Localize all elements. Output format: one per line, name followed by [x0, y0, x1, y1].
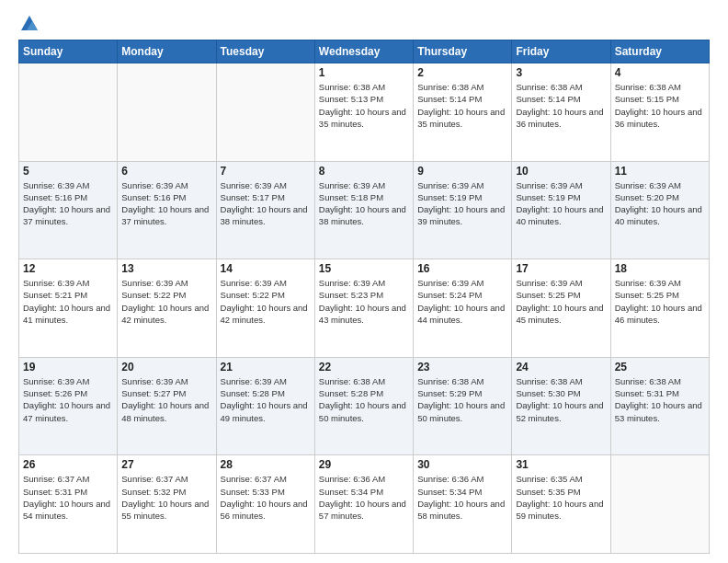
calendar-cell — [610, 455, 709, 554]
calendar-cell: 4Sunrise: 6:38 AM Sunset: 5:15 PM Daylig… — [610, 63, 709, 162]
weekday-header-wednesday: Wednesday — [314, 40, 413, 63]
weekday-header-friday: Friday — [512, 40, 610, 63]
day-number: 27 — [121, 458, 211, 471]
week-row-4: 19Sunrise: 6:39 AM Sunset: 5:26 PM Dayli… — [19, 357, 710, 455]
day-number: 20 — [121, 361, 211, 373]
day-number: 28 — [221, 458, 311, 471]
day-number: 30 — [417, 458, 507, 471]
day-number: 7 — [221, 165, 311, 178]
day-info: Sunrise: 6:39 AM Sunset: 5:25 PM Dayligh… — [516, 277, 606, 326]
calendar-cell: 6Sunrise: 6:39 AM Sunset: 5:16 PM Daylig… — [118, 161, 216, 259]
day-info: Sunrise: 6:36 AM Sunset: 5:34 PM Dayligh… — [417, 473, 507, 522]
calendar-cell: 24Sunrise: 6:38 AM Sunset: 5:30 PM Dayli… — [512, 357, 610, 455]
day-info: Sunrise: 6:38 AM Sunset: 5:28 PM Dayligh… — [319, 375, 409, 424]
day-number: 13 — [121, 262, 211, 275]
weekday-header-row: SundayMondayTuesdayWednesdayThursdayFrid… — [19, 40, 710, 63]
day-info: Sunrise: 6:39 AM Sunset: 5:26 PM Dayligh… — [23, 375, 113, 424]
day-info: Sunrise: 6:39 AM Sunset: 5:16 PM Dayligh… — [121, 179, 211, 228]
day-number: 21 — [221, 361, 311, 373]
calendar-cell: 10Sunrise: 6:39 AM Sunset: 5:19 PM Dayli… — [512, 161, 610, 259]
day-number: 5 — [23, 165, 113, 178]
calendar-cell: 27Sunrise: 6:37 AM Sunset: 5:32 PM Dayli… — [118, 455, 216, 554]
calendar-cell: 30Sunrise: 6:36 AM Sunset: 5:34 PM Dayli… — [414, 455, 512, 554]
day-info: Sunrise: 6:39 AM Sunset: 5:18 PM Dayligh… — [319, 179, 409, 228]
day-info: Sunrise: 6:38 AM Sunset: 5:31 PM Dayligh… — [615, 375, 705, 424]
calendar-cell — [216, 63, 314, 162]
calendar-cell: 3Sunrise: 6:38 AM Sunset: 5:14 PM Daylig… — [512, 63, 610, 162]
calendar-cell: 29Sunrise: 6:36 AM Sunset: 5:34 PM Dayli… — [314, 455, 413, 554]
day-number: 10 — [516, 165, 606, 178]
day-number: 8 — [319, 165, 409, 178]
weekday-header-thursday: Thursday — [414, 40, 512, 63]
day-info: Sunrise: 6:38 AM Sunset: 5:14 PM Dayligh… — [516, 81, 606, 130]
day-info: Sunrise: 6:38 AM Sunset: 5:13 PM Dayligh… — [319, 81, 409, 130]
calendar-cell: 21Sunrise: 6:39 AM Sunset: 5:28 PM Dayli… — [216, 357, 314, 455]
day-info: Sunrise: 6:39 AM Sunset: 5:19 PM Dayligh… — [516, 179, 606, 228]
day-number: 9 — [417, 165, 507, 178]
day-number: 4 — [615, 66, 705, 79]
day-info: Sunrise: 6:37 AM Sunset: 5:31 PM Dayligh… — [23, 473, 113, 522]
day-info: Sunrise: 6:39 AM Sunset: 5:16 PM Dayligh… — [23, 179, 113, 228]
week-row-1: 1Sunrise: 6:38 AM Sunset: 5:13 PM Daylig… — [19, 63, 710, 162]
logo-icon — [19, 14, 40, 34]
weekday-header-tuesday: Tuesday — [216, 40, 314, 63]
day-info: Sunrise: 6:38 AM Sunset: 5:30 PM Dayligh… — [516, 375, 606, 424]
day-number: 18 — [615, 262, 705, 275]
calendar-cell: 13Sunrise: 6:39 AM Sunset: 5:22 PM Dayli… — [118, 259, 216, 358]
weekday-header-saturday: Saturday — [610, 40, 709, 63]
weekday-header-monday: Monday — [118, 40, 216, 63]
week-row-3: 12Sunrise: 6:39 AM Sunset: 5:21 PM Dayli… — [19, 259, 710, 358]
day-info: Sunrise: 6:36 AM Sunset: 5:34 PM Dayligh… — [319, 473, 409, 522]
calendar-cell: 1Sunrise: 6:38 AM Sunset: 5:13 PM Daylig… — [314, 63, 413, 162]
day-info: Sunrise: 6:39 AM Sunset: 5:24 PM Dayligh… — [417, 277, 507, 326]
day-info: Sunrise: 6:39 AM Sunset: 5:27 PM Dayligh… — [121, 375, 211, 424]
calendar-cell: 23Sunrise: 6:38 AM Sunset: 5:29 PM Dayli… — [414, 357, 512, 455]
day-number: 16 — [417, 262, 507, 275]
day-info: Sunrise: 6:38 AM Sunset: 5:29 PM Dayligh… — [417, 375, 507, 424]
calendar-cell: 5Sunrise: 6:39 AM Sunset: 5:16 PM Daylig… — [19, 161, 118, 259]
day-number: 14 — [221, 262, 311, 275]
week-row-2: 5Sunrise: 6:39 AM Sunset: 5:16 PM Daylig… — [19, 161, 710, 259]
day-number: 2 — [417, 66, 507, 79]
day-info: Sunrise: 6:39 AM Sunset: 5:22 PM Dayligh… — [121, 277, 211, 326]
day-info: Sunrise: 6:37 AM Sunset: 5:33 PM Dayligh… — [221, 473, 311, 522]
day-number: 23 — [417, 361, 507, 373]
day-info: Sunrise: 6:35 AM Sunset: 5:35 PM Dayligh… — [516, 473, 606, 522]
day-number: 1 — [319, 66, 409, 79]
day-info: Sunrise: 6:39 AM Sunset: 5:17 PM Dayligh… — [221, 179, 311, 228]
header — [18, 14, 710, 32]
logo — [18, 14, 40, 32]
calendar-cell: 26Sunrise: 6:37 AM Sunset: 5:31 PM Dayli… — [19, 455, 118, 554]
calendar-cell: 31Sunrise: 6:35 AM Sunset: 5:35 PM Dayli… — [512, 455, 610, 554]
calendar-cell: 7Sunrise: 6:39 AM Sunset: 5:17 PM Daylig… — [216, 161, 314, 259]
calendar-cell: 12Sunrise: 6:39 AM Sunset: 5:21 PM Dayli… — [19, 259, 118, 358]
calendar-cell: 11Sunrise: 6:39 AM Sunset: 5:20 PM Dayli… — [610, 161, 709, 259]
week-row-5: 26Sunrise: 6:37 AM Sunset: 5:31 PM Dayli… — [19, 455, 710, 554]
calendar-cell: 16Sunrise: 6:39 AM Sunset: 5:24 PM Dayli… — [414, 259, 512, 358]
day-number: 6 — [121, 165, 211, 178]
day-info: Sunrise: 6:39 AM Sunset: 5:22 PM Dayligh… — [221, 277, 311, 326]
calendar-cell: 25Sunrise: 6:38 AM Sunset: 5:31 PM Dayli… — [610, 357, 709, 455]
calendar-cell: 8Sunrise: 6:39 AM Sunset: 5:18 PM Daylig… — [314, 161, 413, 259]
day-info: Sunrise: 6:38 AM Sunset: 5:15 PM Dayligh… — [615, 81, 705, 130]
day-info: Sunrise: 6:39 AM Sunset: 5:20 PM Dayligh… — [615, 179, 705, 228]
calendar-table: SundayMondayTuesdayWednesdayThursdayFrid… — [18, 40, 710, 554]
day-number: 26 — [23, 458, 113, 471]
calendar-cell: 15Sunrise: 6:39 AM Sunset: 5:23 PM Dayli… — [314, 259, 413, 358]
calendar-cell: 18Sunrise: 6:39 AM Sunset: 5:25 PM Dayli… — [610, 259, 709, 358]
day-number: 19 — [23, 361, 113, 373]
calendar-cell: 22Sunrise: 6:38 AM Sunset: 5:28 PM Dayli… — [314, 357, 413, 455]
day-info: Sunrise: 6:39 AM Sunset: 5:25 PM Dayligh… — [615, 277, 705, 326]
day-number: 17 — [516, 262, 606, 275]
calendar-cell: 14Sunrise: 6:39 AM Sunset: 5:22 PM Dayli… — [216, 259, 314, 358]
day-info: Sunrise: 6:39 AM Sunset: 5:23 PM Dayligh… — [319, 277, 409, 326]
page: SundayMondayTuesdayWednesdayThursdayFrid… — [0, 0, 728, 563]
calendar-cell: 2Sunrise: 6:38 AM Sunset: 5:14 PM Daylig… — [414, 63, 512, 162]
day-info: Sunrise: 6:37 AM Sunset: 5:32 PM Dayligh… — [121, 473, 211, 522]
day-number: 12 — [23, 262, 113, 275]
day-number: 15 — [319, 262, 409, 275]
calendar-cell: 20Sunrise: 6:39 AM Sunset: 5:27 PM Dayli… — [118, 357, 216, 455]
day-info: Sunrise: 6:38 AM Sunset: 5:14 PM Dayligh… — [417, 81, 507, 130]
day-info: Sunrise: 6:39 AM Sunset: 5:19 PM Dayligh… — [417, 179, 507, 228]
day-number: 31 — [516, 458, 606, 471]
